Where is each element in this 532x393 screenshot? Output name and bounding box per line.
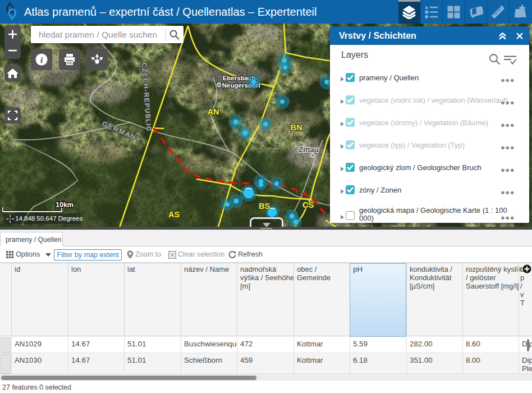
svg-text:Zittau: Zittau [299, 145, 318, 154]
svg-text:CS: CS [302, 200, 314, 209]
svg-text:10km: 10km [56, 201, 74, 209]
svg-text:BN: BN [291, 123, 302, 132]
svg-text:AS: AS [168, 210, 180, 219]
svg-text:BS: BS [259, 202, 270, 211]
svg-text:AN: AN [208, 107, 219, 116]
